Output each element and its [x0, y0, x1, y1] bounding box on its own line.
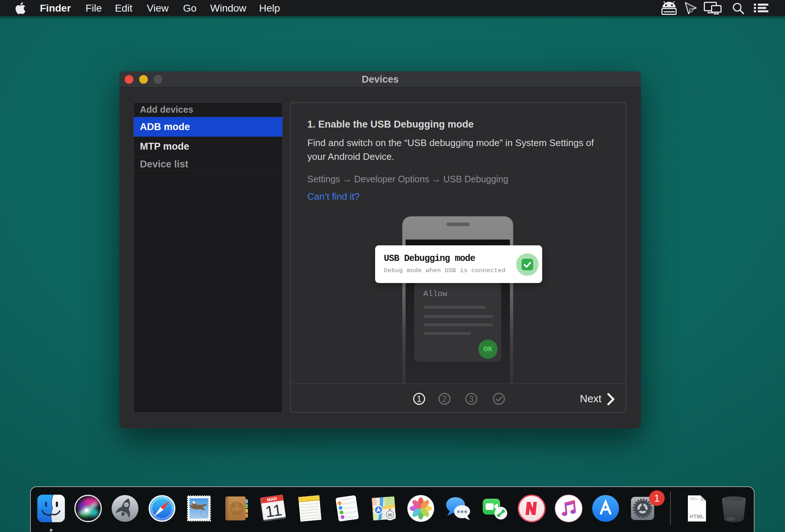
svg-text:3D: 3D — [387, 513, 392, 517]
svg-text:11: 11 — [264, 501, 283, 521]
svg-text:HTML: HTML — [690, 514, 705, 519]
